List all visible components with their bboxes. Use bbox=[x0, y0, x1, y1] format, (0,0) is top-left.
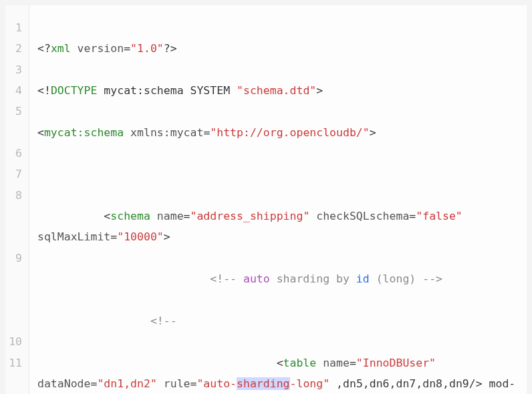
token: mycat:schema bbox=[44, 126, 124, 139]
token: <!-- bbox=[150, 315, 177, 327]
line-number: 2 bbox=[5, 38, 22, 59]
token: < bbox=[37, 126, 44, 139]
code-line: <!DOCTYPE mycat:schema SYSTEM "schema.dt… bbox=[37, 80, 517, 101]
line-number: 5 bbox=[5, 101, 22, 143]
line-number: 8 bbox=[5, 185, 22, 248]
token: auto bbox=[243, 272, 270, 285]
token: name bbox=[150, 210, 184, 222]
token: "http://org.opencloudb/" bbox=[210, 126, 369, 139]
token: -long" bbox=[290, 377, 330, 390]
token: = bbox=[409, 210, 416, 222]
code-line: <mycat:schema xmlns:mycat="http://org.op… bbox=[37, 122, 517, 143]
token: = bbox=[190, 377, 197, 390]
code-line: <?xml version="1.0"?> bbox=[37, 38, 517, 59]
code-line bbox=[37, 164, 517, 184]
token: "false" bbox=[416, 210, 462, 222]
token: < bbox=[104, 210, 110, 222]
indent bbox=[37, 210, 104, 222]
token: "1.0" bbox=[130, 42, 164, 55]
token: > bbox=[370, 126, 376, 139]
line-number: 10 bbox=[5, 331, 22, 352]
token: = bbox=[184, 210, 190, 222]
line-number: 4 bbox=[5, 80, 22, 101]
token: "InnoDBUser" bbox=[356, 357, 436, 369]
token: (long) bbox=[370, 272, 422, 285]
token: DOCTYPE bbox=[51, 84, 98, 97]
code-line: <schema name="address_shipping" checkSQL… bbox=[37, 206, 517, 248]
token: <!-- bbox=[210, 272, 243, 285]
token: rule bbox=[157, 377, 190, 390]
line-number: 9 bbox=[5, 248, 22, 331]
token: "dn1,dn2" bbox=[97, 377, 156, 390]
token: xml bbox=[51, 42, 71, 55]
token: < bbox=[277, 357, 283, 369]
token: id bbox=[356, 272, 370, 285]
code-line: <table name="InnoDBUser" dataNode="dn1,d… bbox=[37, 353, 517, 395]
token: = bbox=[124, 42, 130, 55]
token: version bbox=[71, 42, 124, 55]
indent bbox=[37, 315, 150, 327]
token: "address_shipping" bbox=[190, 210, 310, 222]
token-highlighted: sharding bbox=[237, 377, 289, 390]
token: = bbox=[90, 377, 97, 390]
code-line: <!-- auto sharding by id (long) --> bbox=[37, 268, 517, 289]
token: = bbox=[350, 357, 356, 369]
line-number: 7 bbox=[5, 164, 22, 184]
token: > bbox=[164, 230, 170, 243]
indent bbox=[37, 357, 277, 369]
token: sharding by bbox=[270, 272, 356, 285]
indent bbox=[37, 272, 210, 285]
token: schema bbox=[110, 210, 150, 222]
line-number: 11 bbox=[5, 353, 22, 373]
token: --> bbox=[422, 272, 442, 285]
token: <! bbox=[37, 84, 51, 97]
line-number-gutter: 1 2 3 4 5 6 7 8 9 10 11 bbox=[5, 5, 29, 394]
line-number: 3 bbox=[5, 59, 22, 80]
token: > bbox=[316, 84, 323, 97]
line-number: 6 bbox=[5, 143, 22, 164]
token: "auto- bbox=[196, 377, 237, 390]
code-content[interactable]: <?xml version="1.0"?> <!DOCTYPE mycat:sc… bbox=[29, 5, 527, 394]
code-line: <!-- bbox=[37, 311, 517, 331]
token: "10000" bbox=[117, 230, 164, 243]
token: mycat:schema SYSTEM bbox=[97, 84, 237, 97]
token: <? bbox=[37, 42, 51, 55]
token: = bbox=[203, 126, 210, 139]
token: = bbox=[110, 230, 117, 243]
token: ?> bbox=[164, 42, 177, 55]
token: table bbox=[283, 357, 317, 369]
token: xmlns:mycat bbox=[124, 126, 203, 139]
code-block: 1 2 3 4 5 6 7 8 9 10 11 <?xml version="1… bbox=[5, 5, 527, 394]
token: name bbox=[316, 357, 350, 369]
token: checkSQLschema bbox=[309, 210, 409, 222]
line-number: 1 bbox=[5, 17, 22, 38]
token: "schema.dtd" bbox=[237, 84, 316, 97]
